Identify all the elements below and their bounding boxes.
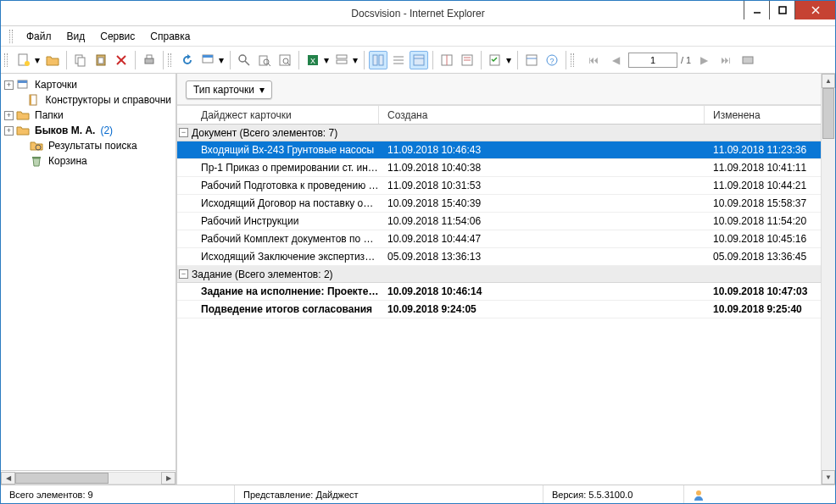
tree-trash[interactable]: Корзина	[3, 153, 174, 169]
statusbar: Всего элементов: 9 Представление: Дайдже…	[1, 485, 835, 503]
view-mode-3[interactable]	[410, 51, 428, 69]
table-row[interactable]: Исходящий Заключение экспертизы п...05.0…	[177, 248, 835, 266]
svg-rect-15	[203, 55, 213, 58]
menu-service[interactable]: Сервис	[93, 29, 142, 44]
group-tasks[interactable]: − Задание (Всего элементов: 2)	[177, 266, 835, 283]
maximize-button[interactable]	[769, 1, 794, 19]
svg-rect-41	[527, 55, 537, 65]
tree-constructors[interactable]: Конструкторы и справочни	[3, 92, 174, 108]
tree-folders[interactable]: + Папки	[3, 108, 174, 123]
table-row[interactable]: Рабочий Инструкции10.09.2018 11:54:0610.…	[177, 213, 835, 230]
collapse-icon[interactable]: −	[179, 128, 188, 137]
scroll-left[interactable]: ◀	[1, 472, 15, 485]
pager-prev[interactable]: ◀	[606, 51, 625, 69]
search-button[interactable]	[235, 51, 254, 69]
customize-button[interactable]	[522, 51, 541, 69]
toolbar-grip-3[interactable]	[571, 53, 574, 67]
new-card-dropdown[interactable]: ▾	[33, 54, 42, 66]
data-grid: Дайджест карточки Создана Изменена − Док…	[177, 105, 835, 485]
sidebar-scrollbar[interactable]: ◀ ▶	[1, 470, 176, 485]
cell-digest: Задание на исполнение: Проекте ра...	[192, 285, 379, 297]
table-row[interactable]: Пр-1 Приказ о премировании ст. инж...11.…	[177, 159, 835, 177]
group-documents[interactable]: − Документ (Всего элементов: 7)	[177, 125, 835, 141]
scroll-down[interactable]: ▼	[822, 470, 835, 485]
scroll-up[interactable]: ▲	[822, 74, 835, 88]
grouping-dropdown[interactable]: ▾	[351, 54, 359, 66]
scroll-thumb[interactable]	[15, 473, 109, 484]
tree-user[interactable]: + Быков М. А. (2)	[3, 123, 174, 138]
toolbar-grip-1[interactable]	[4, 53, 8, 67]
grouping-button[interactable]	[332, 51, 351, 69]
tasks-dropdown[interactable]: ▾	[504, 54, 513, 66]
pager-first[interactable]: ⏮	[584, 51, 603, 69]
svg-text:X: X	[310, 57, 315, 65]
refresh-button[interactable]	[178, 51, 197, 69]
menu-grip[interactable]	[9, 30, 13, 43]
table-row[interactable]: Рабочий Подготовка к проведению се...11.…	[177, 177, 835, 195]
pager-input[interactable]	[628, 53, 677, 68]
column-created[interactable]: Создана	[379, 106, 705, 124]
delete-button[interactable]	[112, 51, 131, 69]
svg-point-52	[696, 490, 701, 496]
export-excel-button[interactable]: X	[304, 51, 322, 69]
scroll-right[interactable]: ▶	[161, 472, 176, 485]
toolbar-grip-2[interactable]	[168, 53, 171, 67]
cell-created: 11.09.2018 10:31:53	[379, 180, 705, 191]
scroll-thumb[interactable]	[822, 88, 834, 139]
expand-icon[interactable]: +	[4, 80, 14, 90]
copy-button[interactable]	[71, 51, 90, 69]
pager-next[interactable]: ▶	[694, 51, 713, 69]
view-mode-2[interactable]	[389, 51, 408, 69]
vertical-scrollbar[interactable]: ▲ ▼	[821, 74, 835, 485]
main-panel: Тип карточки ▾ Дайджест карточки Создана…	[177, 74, 835, 485]
expand-icon[interactable]: +	[4, 126, 14, 136]
cell-digest: Подведение итогов согласования	[192, 303, 379, 315]
table-row[interactable]: Исходящий Договор на поставку обор...10.…	[177, 195, 835, 213]
svg-rect-45	[743, 57, 753, 64]
tree-search-results[interactable]: Результаты поиска	[3, 138, 174, 153]
cell-modified: 05.09.2018 13:36:45	[705, 251, 835, 263]
card-view-button[interactable]	[198, 51, 217, 69]
print-button[interactable]	[140, 51, 159, 69]
preview-pane-button[interactable]	[438, 51, 456, 69]
card-type-dropdown[interactable]: Тип карточки ▾	[186, 80, 272, 99]
tree-cards[interactable]: + Карточки	[3, 77, 174, 92]
folder-icon	[16, 124, 30, 137]
menu-help[interactable]: Справка	[143, 29, 197, 44]
table-row[interactable]: Задание на исполнение: Проекте ра...10.0…	[177, 283, 835, 301]
full-text-search-button[interactable]	[276, 51, 294, 69]
open-folder-button[interactable]	[43, 51, 62, 69]
paste-button[interactable]	[92, 51, 110, 69]
pager-goto[interactable]	[738, 51, 757, 69]
advanced-search-button[interactable]	[255, 51, 274, 69]
expand-icon[interactable]: +	[4, 111, 14, 120]
column-digest[interactable]: Дайджест карточки	[192, 106, 379, 124]
cell-modified: 10.09.2018 9:25:40	[705, 303, 835, 315]
pager-last[interactable]: ⏭	[716, 51, 735, 69]
menu-file[interactable]: Файл	[20, 29, 59, 44]
view-mode-1[interactable]	[369, 51, 387, 69]
user-icon	[693, 489, 705, 501]
status-version: Версия: 5.5.3100.0	[543, 485, 684, 503]
cards-icon	[16, 78, 30, 91]
cell-modified: 10.09.2018 15:58:37	[705, 197, 835, 209]
filter-button[interactable]	[458, 51, 477, 69]
table-row[interactable]: Входящий Вх-243 Грунтовые насосы11.09.20…	[177, 141, 835, 159]
close-button[interactable]	[794, 1, 835, 19]
cell-created: 11.09.2018 10:46:43	[379, 144, 705, 156]
new-card-button[interactable]	[14, 51, 33, 69]
minimize-button[interactable]	[744, 1, 769, 19]
export-excel-dropdown[interactable]: ▾	[322, 54, 331, 66]
menu-view[interactable]: Вид	[60, 29, 92, 44]
folder-tree: + Карточки Конструкторы и справочни + Па…	[1, 74, 176, 470]
column-modified[interactable]: Изменена	[705, 106, 835, 124]
table-row[interactable]: Подведение итогов согласования10.09.2018…	[177, 301, 835, 318]
collapse-icon[interactable]: −	[179, 269, 188, 279]
tasks-button[interactable]	[486, 51, 504, 69]
cell-created: 10.09.2018 11:54:06	[379, 215, 705, 227]
svg-rect-13	[147, 55, 152, 58]
table-row[interactable]: Рабочий Комплект документов по про...10.…	[177, 230, 835, 248]
card-view-dropdown[interactable]: ▾	[217, 54, 226, 66]
help-button[interactable]: ?	[543, 51, 561, 69]
svg-rect-33	[414, 55, 424, 65]
